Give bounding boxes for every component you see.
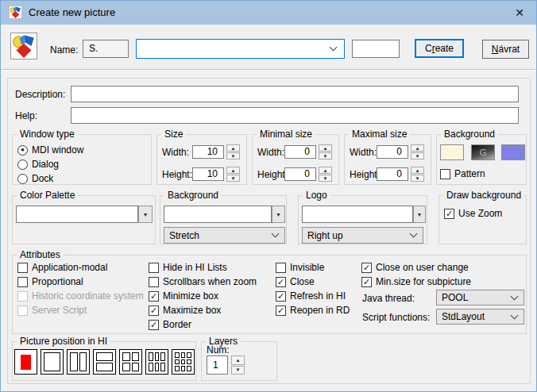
spin-up-icon[interactable]: ▲	[319, 167, 332, 174]
background-drop-button[interactable]: ▼	[272, 206, 285, 223]
background-color-swatch-3[interactable]	[501, 144, 525, 160]
description-field[interactable]	[71, 86, 519, 102]
color-palette-field[interactable]	[16, 206, 138, 223]
checkbox-reopen-in-rd[interactable]: ✓Reopen in RD	[276, 305, 350, 316]
checkbox-label: Min.size for subpicture	[376, 276, 471, 287]
picture-position-option-grid-3x3[interactable]	[172, 349, 195, 375]
picture-position-option-grid-2x2[interactable]	[119, 349, 142, 375]
width-field[interactable]: 10	[192, 145, 224, 159]
checkbox-minimize-box[interactable]: ✓Minimize box	[149, 290, 218, 302]
spin-down-icon[interactable]: ▼	[411, 175, 424, 182]
spin-down-icon[interactable]: ▼	[226, 152, 240, 159]
logo-drop-button[interactable]: ▼	[413, 206, 426, 223]
picture-logo-icon	[10, 33, 37, 60]
checkbox-application-modal[interactable]: Application-modal	[17, 262, 107, 273]
checkbox-border[interactable]: ✓Border	[149, 319, 191, 330]
description-label: Description:	[15, 89, 65, 100]
checkbox-refresh-in-hi[interactable]: ✓Refresh in HI	[276, 290, 346, 302]
script-functions-select[interactable]: StdLayout	[436, 309, 524, 325]
name-prefix-field[interactable]: S.	[83, 40, 129, 58]
checkbox-box: ✓	[149, 306, 159, 316]
name-extension-field[interactable]	[352, 40, 400, 58]
radio-dock[interactable]: Dock	[17, 173, 53, 184]
max-height-spinner: ▲▼	[411, 167, 424, 182]
spin-down-icon[interactable]: ▼	[411, 152, 424, 159]
layout-glyph	[149, 352, 165, 371]
max-height-field[interactable]: 0	[377, 167, 408, 181]
checkbox-close[interactable]: ✓Close	[276, 276, 315, 287]
color-palette-group: Color Palette ▼	[12, 195, 156, 244]
checkbox-close-on-user-change[interactable]: ✓Close on user change	[361, 262, 469, 273]
window-type-group: Window type ●MDI window Dialog Dock	[12, 134, 152, 185]
close-button[interactable]: ✕	[503, 1, 536, 25]
layout-glyph	[17, 352, 34, 371]
checkbox-use-zoom[interactable]: ✓Use Zoom	[444, 208, 502, 219]
background-gradient-swatch[interactable]: G	[471, 144, 495, 160]
color-palette-drop-button[interactable]: ▼	[138, 206, 153, 223]
return-button[interactable]: Návrat	[482, 40, 529, 59]
layers-num-label: Num:	[207, 344, 230, 355]
dropdown-arrow-icon: ▼	[417, 212, 423, 217]
picture-position-option-selected[interactable]	[14, 349, 37, 375]
java-thread-select[interactable]: POOL	[436, 290, 524, 306]
checkbox-maximize-box[interactable]: ✓Maximize box	[149, 305, 221, 316]
width-label: Width:	[257, 147, 284, 158]
logo-position-select[interactable]: Right up	[302, 227, 423, 244]
checkbox-box	[17, 291, 28, 302]
checkbox-scrollbars-when-zoom[interactable]: Scrollbars when zoom	[149, 276, 257, 287]
checkbox-min-size-for-subpicture[interactable]: ✓Min.size for subpicture	[361, 276, 471, 287]
layout-glyph	[96, 352, 113, 371]
checkbox-label: Minimize box	[163, 290, 218, 302]
checkbox-label: Close on user change	[376, 262, 469, 273]
minimal-size-group: Minimal size Width: 0 ▲▼ Height: 0 ▲▼	[252, 134, 339, 185]
java-thread-value: POOL	[442, 292, 468, 303]
name-prefix-value: S.	[83, 40, 128, 57]
close-icon: ✕	[515, 6, 524, 19]
height-label: Height:	[162, 169, 192, 180]
logo-position-value: Right up	[307, 230, 343, 241]
min-width-field[interactable]: 0	[284, 145, 316, 159]
picture-name-combobox[interactable]	[136, 39, 345, 59]
checkbox-label: Refresh in HI	[290, 290, 346, 302]
background-color-swatch-1[interactable]	[440, 144, 464, 160]
chevron-down-icon	[511, 292, 519, 300]
spin-down-icon[interactable]: ▼	[231, 366, 245, 375]
background-mode-select[interactable]: Stretch	[164, 227, 285, 244]
radio-dialog[interactable]: Dialog	[17, 159, 59, 170]
script-functions-label: Script functions:	[362, 312, 430, 323]
create-button[interactable]: Create	[415, 39, 464, 58]
checkbox-hide-in-hi-lists[interactable]: Hide in HI Lists	[149, 262, 227, 273]
picture-position-option-single[interactable]	[41, 349, 64, 375]
checkbox-invisible[interactable]: Invisible	[276, 262, 324, 273]
checkbox-pattern[interactable]: Pattern	[440, 168, 485, 179]
spin-up-icon[interactable]: ▲	[411, 167, 424, 174]
picture-position-option-grid-3x2[interactable]	[145, 349, 168, 375]
max-width-field[interactable]: 0	[377, 145, 408, 159]
spin-down-icon[interactable]: ▼	[226, 175, 240, 182]
layout-glyph	[122, 352, 139, 371]
layers-num-value: 1	[207, 356, 227, 374]
checkbox-label: Invisible	[290, 262, 324, 273]
spin-up-icon[interactable]: ▲	[231, 355, 245, 365]
checkbox-label: Server Script	[32, 305, 87, 316]
checkbox-label: Hide in HI Lists	[163, 262, 227, 273]
spin-down-icon[interactable]: ▼	[319, 152, 332, 159]
background-title: Background	[164, 190, 222, 201]
help-field[interactable]	[71, 107, 519, 124]
radio-mdi-window[interactable]: ●MDI window	[17, 144, 83, 156]
min-height-field[interactable]: 0	[284, 167, 316, 181]
spin-up-icon[interactable]: ▲	[319, 144, 332, 152]
spin-down-icon[interactable]: ▼	[319, 175, 332, 182]
draw-background-title: Draw background	[443, 190, 524, 201]
height-field[interactable]: 10	[192, 167, 224, 181]
spin-up-icon[interactable]: ▲	[411, 144, 424, 152]
picture-position-option-two-columns[interactable]	[67, 349, 90, 375]
picture-position-option-two-rows[interactable]	[93, 349, 116, 375]
layers-num-field[interactable]: 1	[207, 355, 228, 375]
logo-field[interactable]	[302, 206, 413, 223]
background-field[interactable]	[164, 206, 272, 223]
checkbox-box	[17, 306, 28, 316]
spin-up-icon[interactable]: ▲	[226, 167, 240, 174]
checkbox-proportional[interactable]: Proportional	[17, 276, 83, 287]
spin-up-icon[interactable]: ▲	[226, 144, 240, 152]
